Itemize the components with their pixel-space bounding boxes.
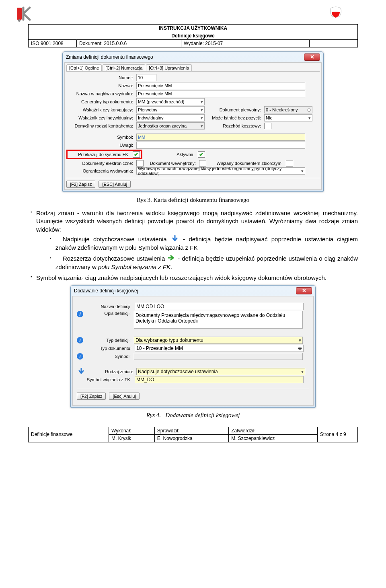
lbl-dokpier: Dokument pierwotny:: [206, 107, 263, 112]
sub-rozszerza: Rozszerza dotychczasowe ustawienia - def…: [50, 255, 358, 271]
save-button[interactable]: [F2] Zapisz: [77, 393, 106, 400]
inp-naglowek[interactable]: Przesunięcie MM: [136, 90, 305, 97]
header-table: INSTRUKCJA UŻYTKOWNIKA Definicje księgow…: [28, 24, 358, 47]
lbl-rozch: Rozchód kosztowy:: [206, 123, 263, 128]
tab-general[interactable]: [Ctrl+1] Ogólne: [66, 64, 102, 71]
dd-indyw[interactable]: Indywidualny: [136, 114, 205, 121]
svg-point-1: [18, 19, 21, 22]
lbl-bezpoz: Może istnieć bez pozycji:: [206, 115, 263, 120]
dd-bezpoz[interactable]: Nie: [264, 114, 312, 121]
sub-nadpisuje: Nadpisuje dotychczasowe ustawienia - def…: [50, 235, 358, 252]
inp-numer[interactable]: 10: [136, 74, 156, 81]
inp-symbol2[interactable]: [134, 353, 303, 360]
lbl-ogran: Ograniczenia wydawania:: [66, 169, 135, 173]
info-icon: i: [77, 353, 83, 360]
inp-dokpier[interactable]: 0 - Nieokreślony⊕: [264, 106, 312, 113]
lbl-koryg: Wskaźnik czy korygujący:: [66, 107, 135, 112]
close-icon[interactable]: ✕: [296, 287, 312, 294]
tabs: [Ctrl+1] Ogólne [Ctrl+2] Numeracja [Ctrl…: [66, 64, 320, 72]
lbl-rodz: Rodzaj zmian:: [87, 369, 135, 374]
header-title: INSTRUKCJA UŻYTKOWNIKA: [29, 25, 358, 32]
footer: Definicje finansowe Wykonał: Sprawdził: …: [28, 427, 358, 442]
bullet-list: Rodzaj zmian - warunki dla tworzenia wid…: [28, 209, 358, 282]
tab-numbering[interactable]: [Ctrl+2] Numeracja: [103, 64, 145, 71]
svg-rect-0: [17, 8, 22, 20]
inp-opis2[interactable]: Dokumenty Przesunięcia międzymagazynoweg…: [134, 311, 303, 329]
dialog-add-definition: Dodawanie definicji księgowej ✕ Nazwa de…: [70, 285, 316, 408]
lbl-uwagi: Uwagi:: [66, 143, 135, 148]
dialog-finance-definition: Zmiana definicji dokumentu finansowego ✕…: [62, 51, 324, 192]
dd-rodz[interactable]: Nadpisuje dotychczasowe ustawienia: [136, 368, 305, 375]
dd-typdef[interactable]: Dla wybranego typu dokumentu: [134, 337, 303, 344]
lbl-naglowek: Nazwa w nagłówku wydruku:: [66, 91, 135, 96]
lbl-nazwa: Nazwa:: [66, 83, 135, 88]
dd-koryg[interactable]: Pierwotny: [136, 106, 205, 113]
close-icon[interactable]: ✕: [304, 53, 320, 61]
lbl-symbol: Symbol:: [66, 135, 135, 140]
inp-uwagi[interactable]: [136, 142, 305, 149]
inp-symfk[interactable]: MM_DO: [135, 376, 304, 383]
dd-kontr[interactable]: Jednostka organizacyjna: [136, 122, 205, 130]
lbl-zbior: Wiązany dokumentem zbiorczym:: [208, 161, 284, 166]
bullet-symbol-wiazania: Symbol wiązania- ciąg znaków nadpisujący…: [31, 274, 358, 282]
chk-aktywna[interactable]: ✔: [198, 151, 205, 158]
inp-nazwa[interactable]: Przesunięcie MM: [136, 82, 305, 89]
poland-map-icon: [328, 5, 344, 21]
cancel-button[interactable]: [ESC] Anuluj: [99, 181, 131, 188]
header-empty: [310, 40, 358, 47]
lbl-wewn: Dokument wewnętrzny:: [145, 161, 197, 166]
tab-permissions[interactable]: [Ctrl+3] Uprawnienia: [146, 64, 192, 71]
dd-ogran[interactable]: Wydawaj w ramach powiązanej klasy jednos…: [136, 167, 305, 175]
save-button[interactable]: [F2] Zapisz: [66, 181, 95, 188]
lbl-indyw: Wskaźnik czy indywidualny:: [66, 115, 135, 120]
lbl-fk: Przekazuj do systemu FK:: [69, 152, 131, 157]
content: Zmiana definicji dokumentu finansowego ✕…: [28, 51, 358, 419]
lbl-symbol2: Symbol:: [85, 354, 132, 359]
info-icon: i: [77, 337, 83, 343]
lbl-nazwa2: Nazwa definicji:: [77, 304, 133, 309]
logo-ks: [16, 6, 33, 23]
chk-elektr[interactable]: [136, 160, 144, 167]
footer-wyk-label: Wykonał:: [109, 427, 155, 434]
footer-wyk-val: M. Krysik: [109, 434, 155, 442]
footer-page: Strona 4 z 9: [318, 427, 358, 442]
header-iso: ISO 9001:2008: [29, 40, 77, 47]
footer-zat-val: M. Szczepankiewicz: [229, 434, 318, 442]
footer-title: Definicje finansowe: [29, 427, 109, 442]
highlight-fk: Przekazuj do systemu FK:✔: [66, 150, 142, 159]
inp-typdok[interactable]: 10 - Przesunięcie MM⊕: [135, 345, 304, 352]
dd-gentyp[interactable]: MM (przychód/rozchód): [136, 98, 205, 105]
header-dok: Dokument: 2015.0.0.6: [77, 40, 181, 47]
dialog2-title: Dodawanie definicji księgowej: [74, 288, 138, 294]
footer-spr-label: Sprawdził:: [154, 427, 228, 434]
figure3-caption: Rys 3. Karta definicji dokumentu finanso…: [28, 197, 358, 204]
header-subtitle: Definicje księgowe: [29, 32, 358, 40]
arrow-right-icon: [168, 255, 175, 263]
info-icon: i: [77, 311, 83, 317]
figure4-caption: Rys 4. Dodawanie definicji księgowej: [28, 412, 358, 419]
lbl-typdef: Typ definicji:: [85, 338, 132, 343]
page: INSTRUKCJA UŻYTKOWNIKA Definicje księgow…: [0, 0, 386, 458]
lbl-opis2: Opis definicji:: [85, 311, 132, 316]
lbl-symfk: Symbol wiązania z FK:: [77, 377, 133, 382]
header-wyd: Wydanie: 2015-07: [181, 40, 310, 47]
chk-wewn[interactable]: [199, 160, 206, 167]
lbl-gentyp: Generalny typ dokumentu:: [66, 99, 135, 104]
chk-fk[interactable]: ✔: [133, 151, 140, 158]
footer-spr-val: E. Nowogrodzka: [154, 434, 228, 442]
lbl-numer: Numer:: [66, 75, 135, 80]
chk-zbior[interactable]: [286, 160, 293, 167]
lbl-typdok: Typ dokumentu:: [77, 346, 133, 351]
arrow-down-icon: [78, 368, 84, 375]
inp-symbol[interactable]: MM: [136, 134, 305, 141]
lbl-elektr: Dokumenty elektroniczne:: [66, 161, 135, 166]
inp-nazwa2[interactable]: MM OD i OO: [135, 303, 304, 310]
chk-rozch[interactable]: [264, 123, 271, 129]
arrow-down-icon: [172, 235, 178, 244]
dialog1-title: Zmiana definicji dokumentu finansowego: [66, 54, 153, 60]
cancel-button[interactable]: [Esc] Anuluj: [109, 393, 139, 400]
bullet-rodzaj-zmian: Rodzaj zmian - warunki dla tworzenia wid…: [31, 209, 358, 271]
lbl-kontr: Domyślny rodzaj kontrahenta:: [66, 123, 135, 128]
footer-zat-label: Zatwierdził:: [229, 427, 318, 434]
lbl-aktywna: Aktywna:: [144, 152, 196, 157]
